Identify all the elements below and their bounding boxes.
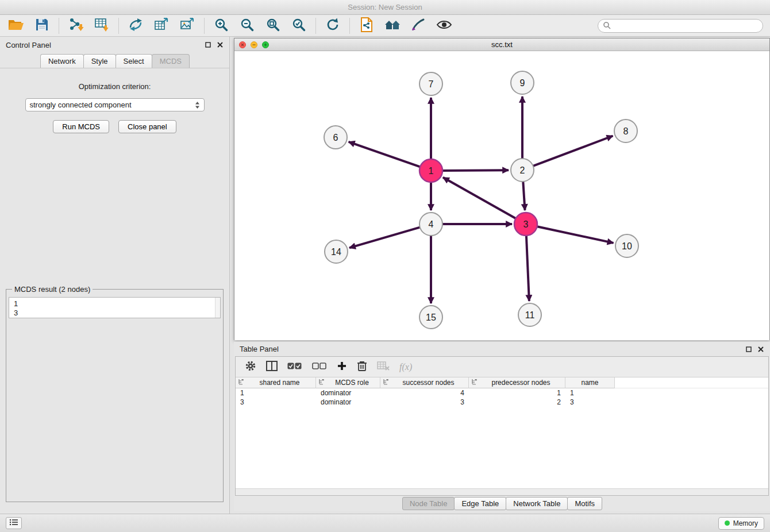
network-arrows-icon (128, 17, 143, 34)
zoom-in-button[interactable] (212, 17, 230, 35)
edge-4-to-14[interactable] (349, 228, 420, 248)
tab-network[interactable]: Network (40, 54, 84, 68)
node-9[interactable]: 9 (511, 71, 534, 94)
node-label: 6 (333, 133, 338, 142)
memory-label: Memory (733, 519, 758, 527)
header-filler (615, 377, 768, 388)
zoom-fit-icon (265, 17, 280, 34)
export-network-button[interactable] (126, 17, 145, 35)
export-document-button[interactable] (357, 17, 376, 35)
tab-network-table[interactable]: Network Table (506, 497, 568, 510)
result-scrollbar[interactable] (215, 298, 220, 318)
cell-mcds-role[interactable]: dominator (316, 398, 380, 407)
style-wizard-button[interactable] (409, 17, 428, 35)
table-row[interactable]: 3 dominator 3 2 3 (236, 398, 768, 407)
add-column-button[interactable] (337, 361, 347, 373)
cell-shared-name[interactable]: 3 (236, 398, 316, 407)
node-7[interactable]: 7 (419, 72, 442, 95)
node-15[interactable]: 15 (419, 306, 442, 329)
close-panel-button[interactable]: Close panel (118, 120, 176, 133)
node-10[interactable]: 10 (615, 234, 638, 257)
cell-name[interactable]: 3 (565, 398, 615, 407)
import-table-icon (94, 17, 109, 34)
node-8[interactable]: 8 (614, 119, 637, 142)
tab-motifs[interactable]: Motifs (567, 497, 602, 510)
float-table-panel-icon[interactable] (745, 346, 752, 353)
delete-column-button[interactable] (357, 360, 367, 373)
zoom-fit-button[interactable] (264, 17, 282, 35)
cell-name[interactable]: 1 (565, 388, 615, 398)
cell-mcds-role[interactable]: dominator (316, 388, 380, 398)
optimization-criterion-select[interactable]: strongly connected component (25, 98, 205, 111)
edge-3-to-11[interactable] (526, 236, 529, 301)
close-table-panel-icon[interactable] (757, 346, 764, 353)
task-history-button[interactable] (6, 517, 22, 529)
cell-shared-name[interactable]: 1 (236, 388, 316, 398)
float-panel-icon[interactable] (205, 41, 211, 48)
edge-3-to-10[interactable] (537, 226, 614, 243)
mcds-result-item: 1 (14, 299, 220, 309)
edge-2-to-8[interactable] (533, 136, 613, 166)
node-label: 4 (429, 219, 434, 229)
column-header-predecessor-nodes[interactable]: predecessor nodes (469, 377, 565, 388)
table-horizontal-scrollbar[interactable] (236, 488, 768, 495)
table-panel-title: Table Panel (240, 345, 279, 353)
home-button[interactable] (383, 17, 402, 35)
column-header-shared-name[interactable]: shared name (236, 377, 316, 388)
show-columns-button[interactable] (266, 361, 278, 373)
table-settings-button[interactable] (245, 360, 256, 373)
cell-successor-nodes[interactable]: 4 (380, 388, 469, 398)
zoom-out-button[interactable] (238, 17, 256, 35)
cell-successor-nodes[interactable]: 3 (380, 398, 469, 407)
show-hide-graphics-button[interactable] (435, 17, 453, 35)
toolbar-search (598, 19, 763, 33)
import-network-button[interactable] (67, 17, 85, 35)
delete-table-button-disabled[interactable] (377, 361, 390, 372)
node-4[interactable]: 4 (419, 213, 442, 236)
tab-style[interactable]: Style (83, 54, 116, 68)
tab-edge-table[interactable]: Edge Table (454, 497, 506, 510)
node-3[interactable]: 3 (514, 213, 537, 236)
edge-2-to-3[interactable] (523, 182, 525, 210)
zoom-selected-button[interactable] (290, 17, 308, 35)
refresh-view-button[interactable] (324, 17, 342, 35)
toolbar-separator (118, 18, 119, 34)
network-graph[interactable]: 7968124314101511 (234, 51, 769, 340)
column-header-successor-nodes[interactable]: successor nodes (380, 377, 469, 388)
run-mcds-button[interactable]: Run MCDS (53, 120, 109, 133)
memory-button[interactable]: Memory (718, 517, 764, 530)
toolbar-separator (349, 18, 350, 34)
import-table-button[interactable] (93, 17, 111, 35)
cell-predecessor-nodes[interactable]: 1 (469, 388, 565, 398)
node-14[interactable]: 14 (325, 240, 348, 263)
deselect-all-columns-button[interactable] (312, 363, 327, 372)
tab-select[interactable]: Select (116, 54, 152, 68)
edge-1-to-6[interactable] (349, 142, 420, 167)
function-builder-button[interactable]: f(x) (399, 362, 412, 372)
search-input[interactable] (614, 22, 758, 30)
export-image-button[interactable] (178, 17, 197, 35)
open-session-button[interactable] (7, 17, 25, 35)
column-header-mcds-role[interactable]: MCDS role (316, 377, 380, 388)
select-stepper-icon (195, 101, 200, 109)
close-window-icon[interactable] (239, 41, 246, 48)
edge-3-to-1[interactable] (443, 178, 516, 218)
mcds-result-list[interactable]: 1 3 (9, 297, 221, 318)
node-6[interactable]: 6 (324, 126, 347, 149)
table-row[interactable]: 1 dominator 4 1 1 (236, 388, 768, 398)
close-panel-icon[interactable] (217, 41, 224, 48)
cell-predecessor-nodes[interactable]: 2 (469, 398, 565, 407)
tab-mcds[interactable]: MCDS (152, 54, 190, 68)
export-table-button[interactable] (152, 17, 171, 35)
minimize-window-icon[interactable] (251, 41, 257, 48)
select-all-columns-button[interactable] (287, 363, 302, 372)
node-1[interactable]: 1 (419, 159, 442, 182)
node-11[interactable]: 11 (518, 303, 541, 326)
save-session-button[interactable] (33, 17, 51, 35)
tab-node-table[interactable]: Node Table (402, 497, 455, 510)
export-image-icon (180, 17, 195, 34)
zoom-window-icon[interactable] (262, 41, 269, 48)
node-2[interactable]: 2 (511, 159, 534, 182)
column-header-name[interactable]: name (565, 377, 615, 388)
edge-1-to-2[interactable] (442, 170, 509, 171)
